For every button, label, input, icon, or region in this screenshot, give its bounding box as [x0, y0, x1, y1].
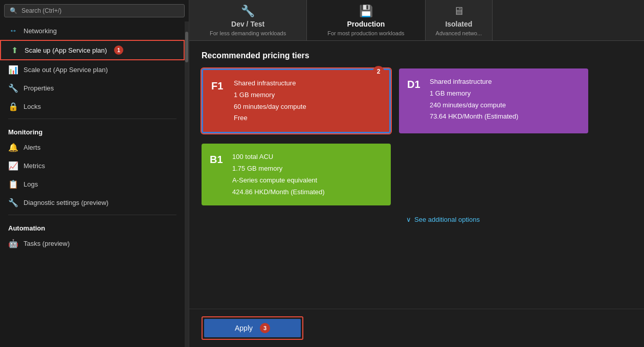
- apply-badge: 3: [260, 323, 270, 333]
- sidebar-scrollbar[interactable]: [185, 21, 189, 347]
- footer-area: Apply 3: [189, 309, 644, 347]
- alerts-icon: 🔔: [8, 142, 18, 152]
- tier-f1-detail-2: 60 minutes/day compute: [234, 102, 306, 112]
- sidebar-item-label: Logs: [24, 180, 38, 188]
- main-panel: Recommended pricing tiers F1 Shared infr…: [189, 41, 644, 309]
- tier-b1-detail-3: 424.86 HKD/Month (Estimated): [232, 187, 325, 198]
- logs-icon: 📋: [8, 179, 18, 189]
- lock-icon: 🔒: [8, 101, 18, 111]
- sidebar-item-tasks[interactable]: 🤖 Tasks (preview): [0, 234, 185, 252]
- sidebar-item-diagnostic[interactable]: 🔧 Diagnostic settings (preview): [0, 193, 185, 212]
- tab-isolated-label: Isolated: [445, 20, 472, 28]
- diagnostic-icon: 🔧: [8, 197, 18, 207]
- sidebar-item-label: Networking: [24, 27, 57, 35]
- main-content: 🔧 Dev / Test For less demanding workload…: [189, 0, 644, 347]
- see-additional-label: See additional options: [414, 216, 480, 223]
- sidebar-item-properties[interactable]: 🔧 Properties: [0, 79, 185, 97]
- divider-automation: [8, 215, 176, 215]
- search-icon: 🔍: [10, 7, 17, 14]
- sidebar-item-label: Tasks (preview): [24, 240, 70, 247]
- production-icon: 💾: [359, 5, 373, 18]
- tier-f1-label: F1: [211, 78, 226, 124]
- tab-dev-test[interactable]: 🔧 Dev / Test For less demanding workload…: [189, 0, 307, 40]
- tier-f1-badge: 2: [373, 66, 384, 77]
- scale-out-icon: 📊: [8, 64, 18, 75]
- tier-b1-details: 100 total ACU 1.75 GB memory A-Series co…: [232, 152, 325, 197]
- sidebar-item-locks[interactable]: 🔒 Locks: [0, 97, 185, 115]
- apply-button[interactable]: Apply 3: [204, 319, 301, 337]
- section-automation: Automation: [0, 218, 185, 234]
- tab-isolated-subtitle: Advanced netwo...: [436, 30, 482, 36]
- tier-b1-detail-0: 100 total ACU: [232, 152, 325, 163]
- sidebar-item-networking[interactable]: ↔ Networking: [0, 21, 185, 40]
- tier-f1-detail-3: Free: [234, 113, 306, 124]
- tab-dev-test-label: Dev / Test: [231, 20, 264, 28]
- chevron-down-icon: ∨: [406, 216, 411, 223]
- sidebar-item-label: Metrics: [24, 162, 45, 170]
- sidebar-item-alerts[interactable]: 🔔 Alerts: [0, 138, 185, 156]
- search-placeholder: Search (Ctrl+/): [21, 7, 61, 14]
- search-bar[interactable]: 🔍 Search (Ctrl+/): [4, 4, 185, 17]
- scrollbar-thumb: [185, 32, 188, 62]
- tier-b1-label: B1: [210, 152, 224, 197]
- tier-card-f1[interactable]: F1 Shared infrastructure 1 GB memory 60 …: [202, 68, 391, 133]
- sidebar-item-scale-out[interactable]: 📊 Scale out (App Service plan): [0, 60, 185, 79]
- sidebar-item-label: Properties: [24, 84, 54, 92]
- scale-up-icon: ⬆: [9, 45, 19, 55]
- tier-d1-detail-0: Shared infrastructure: [430, 77, 518, 87]
- sidebar-item-label: Diagnostic settings (preview): [24, 199, 108, 206]
- tier-d1-detail-2: 240 minutes/day compute: [430, 100, 518, 111]
- section-title: Recommended pricing tiers: [202, 51, 632, 60]
- isolated-icon: 🖥: [453, 5, 464, 18]
- dev-test-icon: 🔧: [241, 5, 255, 18]
- tier-card-d1[interactable]: D1 Shared infrastructure 1 GB memory 240…: [399, 68, 588, 133]
- networking-icon: ↔: [8, 26, 18, 36]
- tier-b1-detail-1: 1.75 GB memory: [232, 164, 325, 174]
- sidebar-nav: ↔ Networking ⬆ Scale up (App Service pla…: [0, 21, 185, 347]
- tab-production-subtitle: For most production workloads: [327, 30, 404, 36]
- tab-production-label: Production: [347, 20, 385, 28]
- tabs-row: 🔧 Dev / Test For less demanding workload…: [189, 0, 644, 41]
- divider-monitoring: [8, 119, 176, 119]
- section-monitoring: Monitoring: [0, 122, 185, 138]
- pricing-tiers-grid-row2: B1 100 total ACU 1.75 GB memory A-Series…: [202, 144, 632, 205]
- sidebar-item-label: Locks: [24, 103, 41, 110]
- tab-dev-test-subtitle: For less demanding workloads: [210, 30, 286, 36]
- tab-isolated[interactable]: 🖥 Isolated Advanced netwo...: [426, 0, 493, 40]
- sidebar-item-label: Scale out (App Service plan): [24, 66, 108, 74]
- tier-b1-detail-2: A-Series compute equivalent: [232, 175, 325, 186]
- tab-production[interactable]: 💾 Production For most production workloa…: [307, 0, 425, 40]
- tier-d1-label: D1: [407, 77, 421, 125]
- tier-f1-detail-1: 1 GB memory: [234, 90, 306, 101]
- tasks-icon: 🤖: [8, 238, 18, 248]
- apply-button-label: Apply: [235, 324, 253, 332]
- metrics-icon: 📈: [8, 160, 18, 171]
- tier-card-b1[interactable]: B1 100 total ACU 1.75 GB memory A-Series…: [202, 144, 391, 205]
- tier-d1-detail-1: 1 GB memory: [430, 88, 518, 99]
- sidebar-item-label: Alerts: [24, 144, 40, 151]
- sidebar-item-label: Scale up (App Service plan): [25, 47, 107, 54]
- tier-d1-detail-3: 73.64 HKD/Month (Estimated): [430, 111, 518, 122]
- scale-up-badge: 1: [114, 45, 123, 55]
- tier-f1-detail-0: Shared infrastructure: [234, 78, 306, 89]
- sidebar-item-scale-up[interactable]: ⬆ Scale up (App Service plan) 1: [0, 40, 185, 60]
- sidebar-item-metrics[interactable]: 📈 Metrics: [0, 156, 185, 175]
- sidebar: 🔍 Search (Ctrl+/) ↔ Networking ⬆ Scale u…: [0, 0, 189, 347]
- tier-d1-details: Shared infrastructure 1 GB memory 240 mi…: [430, 77, 518, 125]
- see-additional-options[interactable]: ∨ See additional options: [406, 216, 632, 223]
- tier-f1-details: Shared infrastructure 1 GB memory 60 min…: [234, 78, 306, 124]
- sidebar-item-logs[interactable]: 📋 Logs: [0, 175, 185, 193]
- properties-icon: 🔧: [8, 83, 18, 93]
- apply-button-wrapper: Apply 3: [202, 316, 303, 340]
- sidebar-scroll-area: ↔ Networking ⬆ Scale up (App Service pla…: [0, 21, 189, 347]
- pricing-tiers-grid: F1 Shared infrastructure 1 GB memory 60 …: [202, 68, 632, 133]
